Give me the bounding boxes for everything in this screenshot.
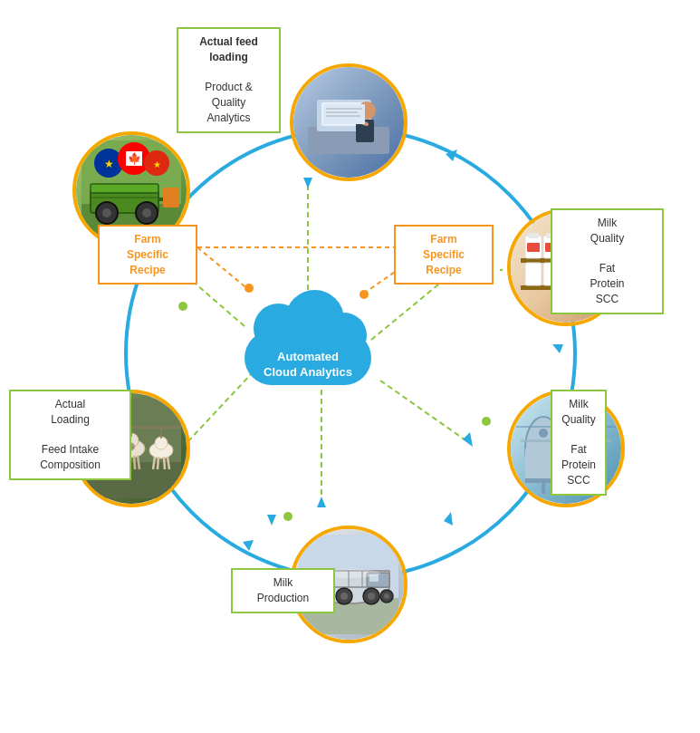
svg-point-126 xyxy=(142,208,151,217)
label-left-bottom: ActualLoading Feed IntakeComposition xyxy=(9,390,131,480)
svg-marker-25 xyxy=(303,178,312,188)
svg-marker-14 xyxy=(446,149,457,161)
svg-marker-27 xyxy=(463,432,473,447)
label-right-bottom-text: MilkQuality FatProteinSCC xyxy=(561,398,596,487)
svg-rect-69 xyxy=(542,480,545,494)
svg-line-6 xyxy=(380,381,471,444)
cloud-line2: Cloud Analytics xyxy=(264,365,352,379)
label-farm-right-text: FarmSpecificRecipe xyxy=(423,233,465,276)
label-right-bottom: MilkQuality FatProteinSCC xyxy=(551,390,607,496)
label-top: Actual feed loading Product &QualityAnal… xyxy=(177,27,281,133)
svg-point-124 xyxy=(102,208,111,217)
svg-point-21 xyxy=(482,417,491,426)
label-top-text: Actual feed loading Product &QualityAnal… xyxy=(199,35,258,124)
label-bottom-text: MilkProduction xyxy=(257,576,309,604)
svg-point-22 xyxy=(283,512,292,521)
svg-point-20 xyxy=(178,302,187,311)
svg-marker-8 xyxy=(267,515,276,526)
node-top xyxy=(290,63,408,181)
svg-point-84 xyxy=(340,593,348,600)
svg-rect-128 xyxy=(163,188,179,207)
svg-line-113 xyxy=(164,457,165,469)
svg-line-11 xyxy=(197,247,249,290)
cloud-line1: Automated xyxy=(277,350,339,363)
svg-line-112 xyxy=(158,457,158,469)
svg-text:★: ★ xyxy=(104,158,114,170)
label-bottom: MilkProduction xyxy=(231,568,335,613)
svg-rect-122 xyxy=(91,184,158,193)
svg-marker-15 xyxy=(552,344,563,353)
diagram-container: ★ 🍁 ★ Automated Cloud Analytics xyxy=(0,0,700,733)
svg-point-72 xyxy=(539,429,548,438)
svg-text:🍁: 🍁 xyxy=(128,151,141,165)
label-right-top-text: MilkQuality FatProteinSCC xyxy=(590,217,624,305)
label-left-bottom-text: ActualLoading Feed IntakeComposition xyxy=(40,398,101,471)
svg-point-86 xyxy=(368,593,375,600)
svg-marker-28 xyxy=(317,497,326,507)
cloud-text: Automated Cloud Analytics xyxy=(235,350,380,381)
svg-rect-51 xyxy=(527,243,540,252)
svg-rect-44 xyxy=(528,233,539,238)
label-farm-left: FarmSpecificRecipe xyxy=(98,225,197,285)
svg-line-106 xyxy=(134,456,135,469)
svg-rect-37 xyxy=(323,104,365,124)
svg-point-23 xyxy=(245,284,254,293)
label-farm-right: FarmSpecificRecipe xyxy=(394,225,494,285)
svg-point-110 xyxy=(155,437,168,449)
svg-text:★: ★ xyxy=(153,159,161,169)
label-farm-left-text: FarmSpecificRecipe xyxy=(127,233,168,276)
svg-point-88 xyxy=(384,593,389,599)
cloud-center: Automated Cloud Analytics xyxy=(231,294,385,394)
svg-marker-17 xyxy=(243,540,254,551)
svg-rect-55 xyxy=(525,263,542,285)
svg-marker-16 xyxy=(444,512,453,526)
label-right-top: MilkQuality FatProteinSCC xyxy=(551,208,664,314)
cloud-shape: Automated Cloud Analytics xyxy=(235,304,380,385)
